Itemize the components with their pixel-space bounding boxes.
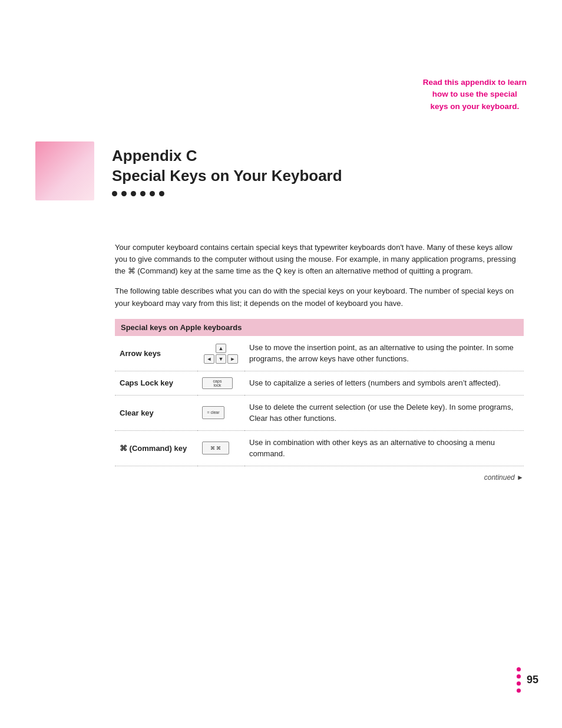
arrow-up-row: ▲	[216, 344, 226, 353]
table-row-caps-lock: Caps Lock key capslock Use to capitalize…	[115, 371, 524, 395]
caps-lock-key-box: capslock	[202, 377, 233, 389]
dot-2	[121, 191, 127, 196]
top-blurb: Read this appendix to learn how to use t…	[423, 77, 527, 113]
table-row-command: ⌘ (Command) key ⌘ ⌘ Use in combination w…	[115, 430, 524, 466]
page-number: 95	[527, 674, 538, 686]
dot-3	[131, 191, 136, 196]
table-row-arrow-keys: Arrow keys ▲ ◄ ▼ ► Use to move the	[115, 336, 524, 371]
key-name-arrow: Arrow keys	[115, 336, 197, 371]
page-dot-2	[517, 674, 521, 678]
key-image-command: ⌘ ⌘	[197, 430, 244, 466]
key-desc-command: Use in combination with other keys as an…	[244, 430, 524, 466]
page-dots-vertical	[517, 667, 521, 693]
title-line2: Special Keys on Your Keyboard	[112, 166, 527, 186]
dot-1	[112, 191, 117, 196]
dot-6	[159, 191, 164, 196]
dots-row	[112, 191, 527, 196]
key-image-arrow: ▲ ◄ ▼ ►	[197, 336, 244, 371]
top-blurb-line2: how to use the special	[423, 88, 527, 100]
top-blurb-line1: Read this appendix to learn	[423, 77, 527, 88]
continued-label: continued ►	[115, 473, 524, 482]
arrow-key-group: ▲ ◄ ▼ ►	[204, 344, 238, 364]
key-down-arrow: ▼	[216, 354, 226, 364]
clear-key-box: = clear	[202, 406, 224, 419]
key-desc-arrow: Use to move the insertion point, as an a…	[244, 336, 524, 371]
key-name-clear: Clear key	[115, 395, 197, 430]
key-name-command: ⌘ (Command) key	[115, 430, 197, 466]
page-number-area: 95	[517, 667, 538, 693]
key-name-caps: Caps Lock key	[115, 371, 197, 395]
key-desc-clear: Use to delete the current selection (or …	[244, 395, 524, 430]
page-dot-4	[517, 689, 521, 693]
page-dot-3	[517, 681, 521, 686]
arrow-bottom-row: ◄ ▼ ►	[204, 354, 238, 364]
table-row-clear: Clear key = clear Use to delete the curr…	[115, 395, 524, 430]
key-left-arrow: ◄	[204, 354, 214, 364]
key-right-arrow: ►	[227, 354, 238, 364]
intro-paragraph-1: Your computer keyboard contains certain …	[115, 242, 524, 277]
key-image-caps: capslock	[197, 371, 244, 395]
title-area: Appendix C Special Keys on Your Keyboard	[112, 141, 527, 196]
page-dot-1	[517, 667, 521, 671]
special-keys-table: Special keys on Apple keyboards Arrow ke…	[115, 319, 524, 466]
header-section: Appendix C Special Keys on Your Keyboard	[35, 141, 527, 206]
key-up-arrow: ▲	[216, 344, 226, 353]
dot-5	[150, 191, 155, 196]
pink-decorative-box	[35, 141, 94, 200]
top-blurb-line3: keys on your keyboard.	[423, 101, 527, 113]
intro-text: Your computer keyboard contains certain …	[115, 242, 524, 309]
page-container: Read this appendix to learn how to use t…	[0, 0, 562, 728]
table-header-label: Special keys on Apple keyboards	[115, 319, 524, 336]
dot-4	[140, 191, 146, 196]
key-desc-caps: Use to capitalize a series of letters (n…	[244, 371, 524, 395]
table-header-row: Special keys on Apple keyboards	[115, 319, 524, 336]
command-key-box: ⌘ ⌘	[202, 442, 229, 454]
intro-paragraph-2: The following table describes what you c…	[115, 285, 524, 309]
pink-box-container	[35, 141, 100, 206]
appendix-title: Appendix C Special Keys on Your Keyboard	[112, 146, 527, 186]
title-line1: Appendix C	[112, 146, 527, 166]
main-content: Your computer keyboard contains certain …	[115, 242, 524, 482]
key-image-clear: = clear	[197, 395, 244, 430]
